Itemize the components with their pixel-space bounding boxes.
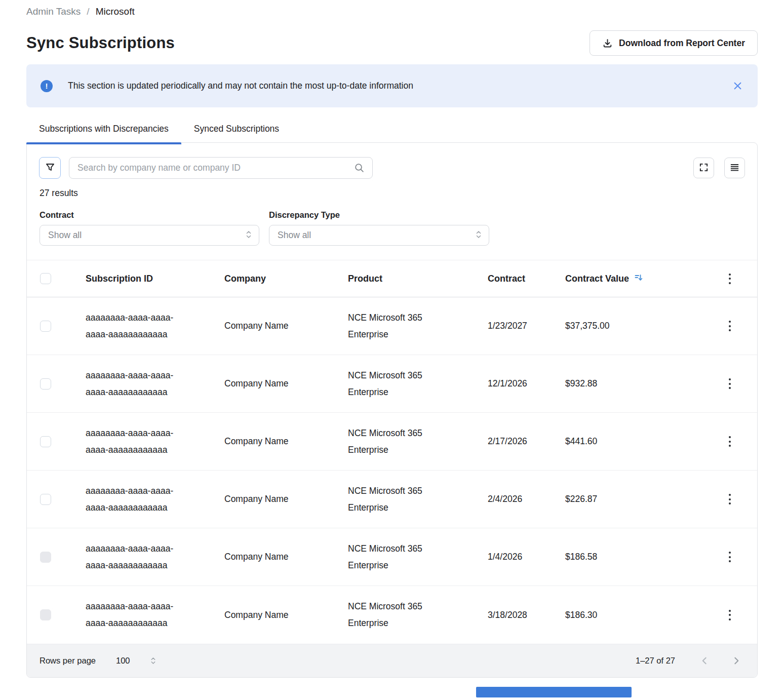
company-cell: Company Name (224, 549, 348, 565)
contract-value-cell: $37,375.00 (565, 318, 702, 334)
download-report-button[interactable]: Download from Report Center (590, 30, 758, 56)
search-wrap (69, 157, 373, 179)
breadcrumb-admin-tasks[interactable]: Admin Tasks (26, 6, 81, 17)
col-contract[interactable]: Contract (488, 274, 565, 284)
breadcrumb: Admin Tasks / Microsoft (26, 5, 758, 17)
header-checkbox-cell (27, 273, 86, 284)
table-row: aaaaaaaa-aaaa-aaaa-aaaa-aaaaaaaaaaaa Com… (27, 297, 757, 355)
row-actions-kebab-icon[interactable] (725, 318, 735, 334)
col-product[interactable]: Product (348, 274, 488, 284)
table-row: aaaaaaaa-aaaa-aaaa-aaaa-aaaaaaaaaaaa Com… (27, 413, 757, 471)
header-kebab-cell (702, 270, 757, 287)
tab-bar: Subscriptions with Discrepancies Synced … (26, 124, 758, 143)
contract-value-cell: $226.87 (565, 491, 702, 508)
table-row: aaaaaaaa-aaaa-aaaa-aaaa-aaaaaaaaaaaa Com… (27, 471, 757, 528)
row-actions-kebab-icon[interactable] (725, 607, 735, 624)
contract-value-cell: $186.58 (565, 549, 702, 565)
row-checkbox[interactable] (40, 321, 51, 332)
row-checkbox[interactable] (40, 494, 51, 505)
contract-value-cell: $932.88 (565, 375, 702, 392)
contract-cell: 2/17/2026 (488, 433, 565, 450)
contract-cell: 12/1/2026 (488, 375, 565, 392)
subscription-id-cell: aaaaaaaa-aaaa-aaaa-aaaa-aaaaaaaaaaaa (86, 483, 187, 516)
table-row: aaaaaaaa-aaaa-aaaa-aaaa-aaaaaaaaaaaa Com… (27, 586, 757, 644)
row-actions-kebab-icon[interactable] (725, 491, 735, 508)
title-row: Sync Subscriptions Download from Report … (26, 30, 758, 56)
next-page-chevron-icon[interactable] (727, 652, 745, 670)
contract-cell: 2/4/2026 (488, 491, 565, 508)
company-cell: Company Name (224, 607, 348, 624)
table-body: aaaaaaaa-aaaa-aaaa-aaaa-aaaaaaaaaaaa Com… (27, 297, 757, 644)
stepper-icon (476, 230, 482, 241)
download-button-label: Download from Report Center (619, 38, 745, 49)
col-company[interactable]: Company (224, 274, 348, 284)
product-cell: NCE Microsoft 365 Enterprise (348, 483, 449, 516)
fullscreen-button[interactable] (693, 158, 714, 178)
pagination-range: 1–27 of 27 (636, 656, 675, 666)
row-checkbox[interactable] (40, 609, 51, 620)
tab-subscriptions-with-discrepancies[interactable]: Subscriptions with Discrepancies (26, 124, 181, 143)
fullscreen-icon (699, 163, 709, 174)
company-cell: Company Name (224, 375, 348, 392)
col-contract-value[interactable]: Contract Value (565, 273, 702, 285)
close-icon[interactable] (730, 79, 744, 93)
pagination-bar: Rows per page 100 1–27 of 27 (27, 644, 757, 677)
panel-toolbar (27, 143, 757, 179)
rows-per-page-label: Rows per page (40, 656, 96, 666)
breadcrumb-microsoft[interactable]: Microsoft (96, 6, 135, 17)
discrepancy-type-filter-select[interactable]: Show all (269, 225, 489, 246)
contract-filter-value: Show all (48, 230, 82, 241)
rows-per-page-value[interactable]: 100 (116, 656, 130, 666)
download-icon (602, 38, 613, 49)
filter-icon (45, 162, 55, 174)
contract-value-cell: $441.60 (565, 433, 702, 450)
contract-filter-field: Contract Show all (40, 210, 259, 246)
discrepancy-type-filter-field: Discrepancy Type Show all (269, 210, 489, 246)
contract-value-cell: $186.30 (565, 607, 702, 624)
banner-message: This section is updated periodically and… (68, 81, 730, 91)
info-banner: ! This section is updated periodically a… (26, 64, 758, 107)
sort-descending-icon[interactable] (634, 273, 643, 285)
company-cell: Company Name (224, 491, 348, 508)
table-options-kebab-icon[interactable] (725, 270, 735, 287)
product-cell: NCE Microsoft 365 Enterprise (348, 540, 449, 574)
company-cell: Company Name (224, 318, 348, 334)
subscription-id-cell: aaaaaaaa-aaaa-aaaa-aaaa-aaaaaaaaaaaa (86, 367, 187, 401)
tab-synced-subscriptions[interactable]: Synced Subscriptions (181, 124, 292, 143)
subscriptions-table: Subscription ID Company Product Contract… (27, 260, 757, 644)
row-checkbox[interactable] (40, 552, 51, 563)
bottom-indicator-bar (476, 687, 632, 697)
row-actions-kebab-icon[interactable] (725, 433, 735, 450)
product-cell: NCE Microsoft 365 Enterprise (348, 367, 449, 401)
product-cell: NCE Microsoft 365 Enterprise (348, 598, 449, 632)
discrepancy-type-filter-value: Show all (278, 230, 311, 241)
row-actions-kebab-icon[interactable] (725, 549, 735, 565)
search-input[interactable] (69, 157, 373, 179)
info-icon: ! (41, 80, 53, 92)
product-cell: NCE Microsoft 365 Enterprise (348, 425, 449, 458)
col-subscription-id[interactable]: Subscription ID (86, 274, 224, 284)
search-icon (354, 163, 365, 175)
row-actions-kebab-icon[interactable] (725, 375, 735, 392)
table-row: aaaaaaaa-aaaa-aaaa-aaaa-aaaaaaaaaaaa Com… (27, 528, 757, 586)
stepper-icon (246, 230, 252, 241)
col-contract-value-label: Contract Value (565, 274, 629, 284)
breadcrumb-separator: / (87, 6, 89, 17)
contract-cell: 3/18/2028 (488, 607, 565, 624)
subscriptions-panel: 27 results Contract Show all Discrepancy… (26, 142, 758, 678)
select-all-checkbox[interactable] (40, 273, 51, 284)
previous-page-chevron-icon[interactable] (695, 652, 714, 670)
page-title: Sync Subscriptions (26, 34, 175, 52)
rows-per-page-stepper[interactable] (150, 656, 156, 665)
contract-filter-label: Contract (40, 210, 259, 220)
subscription-id-cell: aaaaaaaa-aaaa-aaaa-aaaa-aaaaaaaaaaaa (86, 425, 187, 458)
discrepancy-type-filter-label: Discrepancy Type (269, 210, 489, 220)
row-checkbox[interactable] (40, 436, 51, 447)
filter-toggle-button[interactable] (39, 157, 61, 179)
contract-filter-select[interactable]: Show all (40, 225, 259, 246)
table-header-row: Subscription ID Company Product Contract… (27, 260, 757, 297)
row-checkbox[interactable] (40, 378, 51, 390)
table-row: aaaaaaaa-aaaa-aaaa-aaaa-aaaaaaaaaaaa Com… (27, 355, 757, 413)
filters-row: Contract Show all Discrepancy Type Show … (27, 199, 757, 260)
row-density-button[interactable] (724, 158, 745, 178)
